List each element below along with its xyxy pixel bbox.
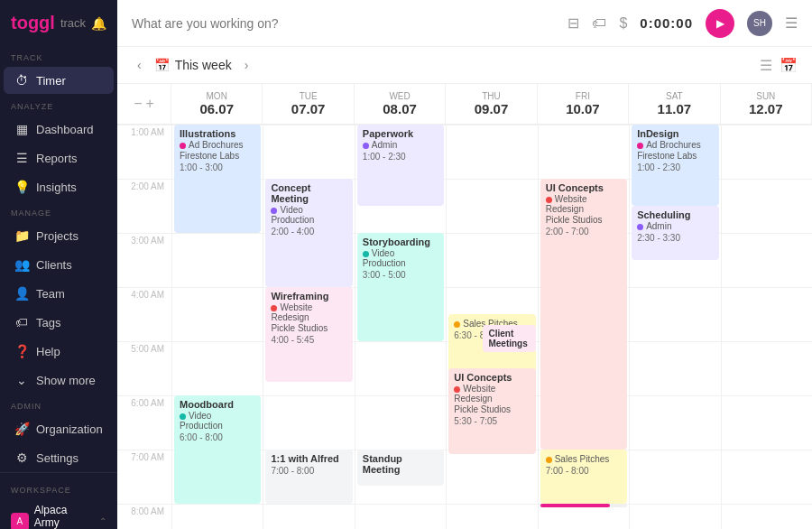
logo-text: toggl xyxy=(11,13,55,33)
folder-icon[interactable]: ⊟ xyxy=(567,14,579,32)
sidebar: toggl track 🔔 TRACK ⏱ Timer ANALYZE ▦ Da… xyxy=(0,0,117,529)
calendar-view-button[interactable]: 📅 xyxy=(780,57,798,74)
organization-icon: 🚀 xyxy=(14,422,29,436)
tags-icon: 🏷 xyxy=(14,315,29,329)
dot-icon xyxy=(546,197,552,203)
workspace-item[interactable]: A Alpaca Army Toggl ⌃ xyxy=(0,498,117,529)
cal-header-fri: FRI 10.07 xyxy=(538,84,629,124)
event-time: 1:00 - 2:30 xyxy=(363,152,438,162)
event-time: 1:00 - 2:30 xyxy=(637,162,713,172)
day-col-mon: Illustrations Ad Brochures Firestone Lab… xyxy=(171,125,263,529)
event-title: Storyboarding xyxy=(363,237,438,247)
day-col-wed: Paperwork Admin 1:00 - 2:30 Storyboardin… xyxy=(355,125,446,529)
event-title: Paperwork xyxy=(363,128,438,139)
event-ui-concepts-thu[interactable]: UI Concepts Website Redesign Pickle Stud… xyxy=(448,368,535,454)
dollar-icon[interactable]: $ xyxy=(619,15,627,32)
cal-day-num-thu: 09.07 xyxy=(449,101,532,116)
event-illustrations[interactable]: Illustrations Ad Brochures Firestone Lab… xyxy=(174,125,261,233)
sidebar-item-help[interactable]: ❓ Help xyxy=(4,338,114,365)
day-col-sun xyxy=(721,125,812,529)
sidebar-item-help-label: Help xyxy=(36,345,60,358)
time-column: 1:00 AM 2:00 AM 3:00 AM 4:00 AM 5:00 AM … xyxy=(117,125,171,529)
week-label[interactable]: 📅 This week xyxy=(154,58,232,72)
sidebar-item-clients-label: Clients xyxy=(36,258,72,272)
calendar-body: 1:00 AM 2:00 AM 3:00 AM 4:00 AM 5:00 AM … xyxy=(117,125,812,529)
dot-icon xyxy=(180,413,186,420)
event-time: 1:00 - 3:00 xyxy=(180,162,255,172)
list-view-button[interactable]: ☰ xyxy=(760,57,772,74)
cal-header-wed: WED 08.07 xyxy=(355,84,446,124)
event-company: Pickle Studios xyxy=(454,404,530,414)
sidebar-item-tags-label: Tags xyxy=(36,316,60,329)
time-4am: 4:00 AM xyxy=(117,287,171,341)
user-avatar-header[interactable]: SH xyxy=(747,11,772,36)
cal-header-sun: SUN 12.07 xyxy=(721,84,812,124)
sidebar-item-reports[interactable]: ☰ Reports xyxy=(4,144,114,172)
sidebar-item-insights[interactable]: 💡 Insights xyxy=(4,173,114,200)
event-title: Moodboard xyxy=(180,399,255,410)
calendar-header-row: − + MON 06.07 TUE 07.07 WED 08.07 THU 09… xyxy=(117,84,812,125)
workspace-chevron-icon: ⌃ xyxy=(99,516,106,526)
insights-icon: 💡 xyxy=(14,180,29,194)
event-time: 2:00 - 7:00 xyxy=(546,227,622,237)
sidebar-item-organization-label: Organization xyxy=(36,422,103,436)
next-week-button[interactable]: › xyxy=(239,54,254,76)
time-8am: 8:00 AM xyxy=(117,504,171,529)
event-sub: Admin xyxy=(637,221,713,231)
analyze-section-label: ANALYZE xyxy=(0,95,117,115)
event-title: Wireframing xyxy=(271,291,346,302)
play-button[interactable]: ▶ xyxy=(706,9,734,38)
event-company: Firestone Labs xyxy=(180,151,255,161)
dot-icon xyxy=(271,208,277,214)
sidebar-item-clients[interactable]: 👥 Clients xyxy=(4,251,114,278)
tag-icon[interactable]: 🏷 xyxy=(592,15,606,32)
sidebar-item-projects-label: Projects xyxy=(36,229,78,243)
cal-header-mon: MON 06.07 xyxy=(171,84,263,124)
sidebar-item-timer[interactable]: ⏱ Timer xyxy=(4,67,114,94)
event-storyboarding[interactable]: Storyboarding Video Production 3:00 - 5:… xyxy=(357,233,444,341)
dot-icon xyxy=(180,143,186,149)
add-event-button[interactable]: + xyxy=(146,96,154,112)
timer-display: 0:00:00 xyxy=(640,15,693,31)
event-sub: Video Production xyxy=(271,205,346,225)
main-content: ⊟ 🏷 $ 0:00:00 ▶ SH ☰ ‹ 📅 This week › ☰ 📅… xyxy=(117,0,812,529)
menu-icon[interactable]: ☰ xyxy=(785,14,798,32)
day-col-fri: UI Concepts Website Redesign Pickle Stud… xyxy=(538,125,629,529)
sidebar-item-team[interactable]: 👤 Team xyxy=(4,280,114,307)
cal-day-num-sun: 12.07 xyxy=(724,101,807,116)
sidebar-item-tags[interactable]: 🏷 Tags xyxy=(4,309,114,336)
cal-day-num-wed: 08.07 xyxy=(358,101,441,116)
search-input[interactable] xyxy=(132,16,557,31)
event-1on1-alfred[interactable]: 1:1 with Alfred 7:00 - 8:00 xyxy=(265,450,352,504)
event-indesign[interactable]: InDesign Ad Brochures Firestone Labs 1:0… xyxy=(632,125,718,206)
event-client-meetings[interactable]: Client Meetings xyxy=(483,325,535,352)
logo-area: toggl track 🔔 xyxy=(0,0,117,46)
event-wireframing[interactable]: Wireframing Website Redesign Pickle Stud… xyxy=(265,287,352,382)
prev-week-button[interactable]: ‹ xyxy=(132,54,147,76)
event-moodboard[interactable]: Moodboard Video Production 6:00 - 8:00 xyxy=(174,395,261,504)
event-paperwork[interactable]: Paperwork Admin 1:00 - 2:30 xyxy=(357,125,444,206)
workspace-name: Alpaca Army xyxy=(34,504,94,529)
header-icons: ⊟ 🏷 $ 0:00:00 ▶ SH ☰ xyxy=(567,9,798,38)
cal-header-sat: SAT 11.07 xyxy=(629,84,720,124)
event-company: Firestone Labs xyxy=(637,151,713,161)
event-sub: Video Production xyxy=(363,248,438,268)
event-concept-meeting[interactable]: Concept Meeting Video Production 2:00 - … xyxy=(265,179,352,287)
sidebar-item-settings[interactable]: ⚙ Settings xyxy=(4,444,114,471)
sidebar-item-team-label: Team xyxy=(36,287,65,301)
notification-bell-icon[interactable]: 🔔 xyxy=(91,16,106,31)
event-standup[interactable]: Standup Meeting xyxy=(357,450,444,486)
sidebar-item-show-more[interactable]: ⌄ Show more xyxy=(4,367,114,394)
event-title: UI Concepts xyxy=(454,372,530,383)
workspace-info: Alpaca Army Toggl xyxy=(34,504,94,529)
event-sales-pitches-fri[interactable]: Sales Pitches 7:00 - 8:00 xyxy=(540,450,627,504)
dot-icon xyxy=(546,457,552,463)
event-ui-concepts-fri[interactable]: UI Concepts Website Redesign Pickle Stud… xyxy=(540,179,627,450)
sidebar-item-projects[interactable]: 📁 Projects xyxy=(4,222,114,249)
cal-day-name-thu: THU xyxy=(449,91,532,101)
sidebar-item-reports-label: Reports xyxy=(36,152,78,165)
sidebar-item-dashboard[interactable]: ▦ Dashboard xyxy=(4,116,114,143)
sidebar-item-organization[interactable]: 🚀 Organization xyxy=(4,415,114,442)
event-scheduling[interactable]: Scheduling Admin 2:30 - 3:30 xyxy=(632,206,718,260)
time-1am: 1:00 AM xyxy=(117,125,171,179)
